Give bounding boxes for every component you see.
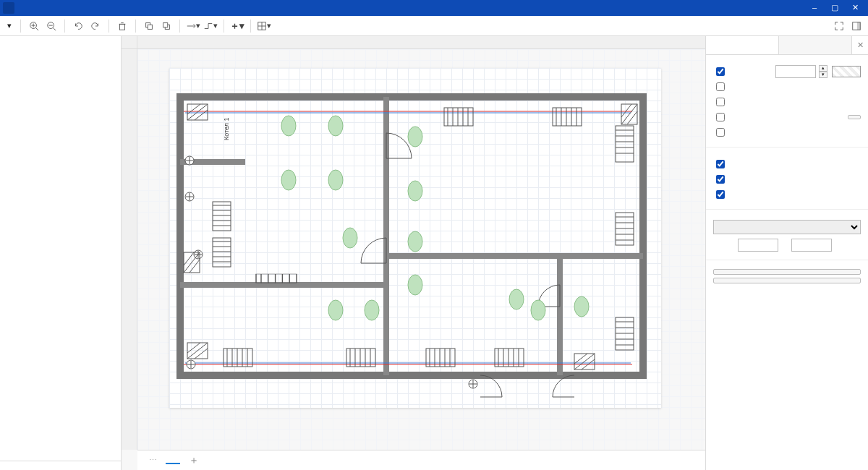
svg-rect-40 xyxy=(444,108,473,126)
fullscreen-icon[interactable] xyxy=(832,19,846,33)
app-icon xyxy=(3,2,14,14)
zoom-out-icon[interactable] xyxy=(44,19,59,33)
svg-line-1 xyxy=(36,27,39,30)
delete-icon[interactable] xyxy=(115,19,129,33)
svg-point-31 xyxy=(408,127,422,147)
checkbox-guides[interactable] xyxy=(713,188,861,201)
page-tab-1[interactable] xyxy=(166,457,180,464)
ruler-vertical xyxy=(122,49,137,450)
canvas-area: Котел 1 ⋯ ＋ xyxy=(122,36,705,470)
svg-point-32 xyxy=(408,181,422,201)
ruler-corner xyxy=(122,36,137,49)
checkbox-conn-points[interactable] xyxy=(713,173,861,186)
format-panel: ✕ ▴▾ xyxy=(705,36,868,470)
titlebar: – ▢ ✕ xyxy=(0,0,868,16)
menu-view[interactable] xyxy=(48,6,62,10)
svg-rect-11 xyxy=(148,25,152,29)
undo-icon[interactable] xyxy=(71,19,85,33)
shapes-panel xyxy=(0,36,122,470)
checkbox-free-move[interactable] xyxy=(713,80,861,93)
redo-icon[interactable] xyxy=(88,19,103,33)
main-area: Котел 1 ⋯ ＋ ✕ ▴▾ xyxy=(0,36,868,470)
section-actions xyxy=(706,260,868,292)
paper-height-input[interactable] xyxy=(791,239,832,252)
svg-point-34 xyxy=(408,275,422,295)
main-menu xyxy=(19,6,91,10)
svg-rect-45 xyxy=(616,126,634,162)
tab-scheme[interactable] xyxy=(706,36,779,54)
clear-style-button[interactable] xyxy=(713,278,861,283)
svg-rect-41 xyxy=(553,108,582,126)
svg-point-33 xyxy=(408,231,422,252)
svg-rect-50 xyxy=(426,349,455,367)
svg-rect-51 xyxy=(495,349,524,367)
toolbar: ▾ ▾ ▾ ＋▾ ▾ xyxy=(0,16,868,36)
to-front-icon[interactable] xyxy=(142,19,156,33)
grid-color-swatch[interactable] xyxy=(832,66,861,77)
room-label: Котел 1 xyxy=(223,117,230,140)
paper-width-input[interactable] xyxy=(738,239,778,252)
ruler-horizontal xyxy=(137,36,705,49)
svg-line-5 xyxy=(54,27,56,30)
svg-rect-43 xyxy=(213,238,231,267)
svg-rect-19 xyxy=(857,22,860,30)
svg-rect-13 xyxy=(163,22,168,27)
svg-point-27 xyxy=(328,116,343,136)
svg-rect-44 xyxy=(256,274,297,283)
section-view: ▴▾ xyxy=(706,55,868,148)
insert-icon[interactable]: ＋▾ xyxy=(230,19,244,33)
svg-point-28 xyxy=(281,170,296,190)
close-format-panel-icon[interactable]: ✕ xyxy=(852,36,868,54)
section-paper xyxy=(706,210,868,260)
svg-rect-42 xyxy=(213,202,231,231)
window-controls: – ▢ ✕ xyxy=(804,0,865,16)
minimize-button[interactable]: – xyxy=(804,0,825,16)
menu-file[interactable] xyxy=(19,6,33,10)
add-page-button[interactable]: ＋ xyxy=(184,454,203,466)
maximize-button[interactable]: ▢ xyxy=(825,0,845,16)
checkbox-conn-arrows[interactable] xyxy=(713,158,861,171)
line-style-icon[interactable]: ▾ xyxy=(186,19,200,33)
zoom-dropdown[interactable]: ▾ xyxy=(4,20,14,32)
svg-point-29 xyxy=(328,170,343,190)
edit-data-button[interactable] xyxy=(713,269,861,275)
checkbox-grid-input[interactable] xyxy=(716,67,725,76)
waypoint-style-icon[interactable]: ▾ xyxy=(203,19,218,33)
add-shapes-button[interactable] xyxy=(0,461,121,470)
menu-edit[interactable] xyxy=(33,6,48,10)
canvas-viewport[interactable]: Котел 1 xyxy=(137,49,705,450)
checkbox-page-view[interactable] xyxy=(713,95,861,108)
menu-object[interactable] xyxy=(62,6,77,10)
table-icon[interactable]: ▾ xyxy=(257,19,271,33)
grid-size-stepper[interactable]: ▴▾ xyxy=(819,65,827,78)
svg-rect-48 xyxy=(224,349,252,367)
floorplan-drawing: Котел 1 xyxy=(169,68,661,408)
format-tabs: ✕ xyxy=(706,36,868,55)
checkbox-shadow[interactable] xyxy=(713,126,861,139)
page-tabs: ⋯ ＋ xyxy=(137,450,705,470)
edit-background-button[interactable] xyxy=(848,115,861,119)
svg-point-26 xyxy=(281,116,296,136)
svg-rect-49 xyxy=(346,349,375,367)
drawing-page[interactable]: Котел 1 xyxy=(169,68,661,408)
paper-preset-select[interactable] xyxy=(713,220,861,234)
checkbox-background[interactable] xyxy=(713,111,843,124)
section-params xyxy=(706,148,868,210)
svg-point-37 xyxy=(509,289,524,309)
close-button[interactable]: ✕ xyxy=(845,0,865,16)
menu-help[interactable] xyxy=(77,6,91,10)
svg-point-35 xyxy=(328,300,343,320)
svg-rect-7 xyxy=(120,24,125,30)
svg-point-30 xyxy=(343,228,357,248)
pages-menu-icon[interactable]: ⋯ xyxy=(145,456,161,465)
svg-point-39 xyxy=(574,296,589,317)
checkbox-grid[interactable] xyxy=(713,65,771,78)
tab-style[interactable] xyxy=(779,36,852,54)
grid-size-input[interactable] xyxy=(775,65,816,78)
zoom-in-icon[interactable] xyxy=(27,19,41,33)
format-panel-toggle-icon[interactable] xyxy=(849,19,864,33)
svg-point-36 xyxy=(365,300,379,320)
svg-point-38 xyxy=(531,300,545,320)
to-back-icon[interactable] xyxy=(159,19,174,33)
